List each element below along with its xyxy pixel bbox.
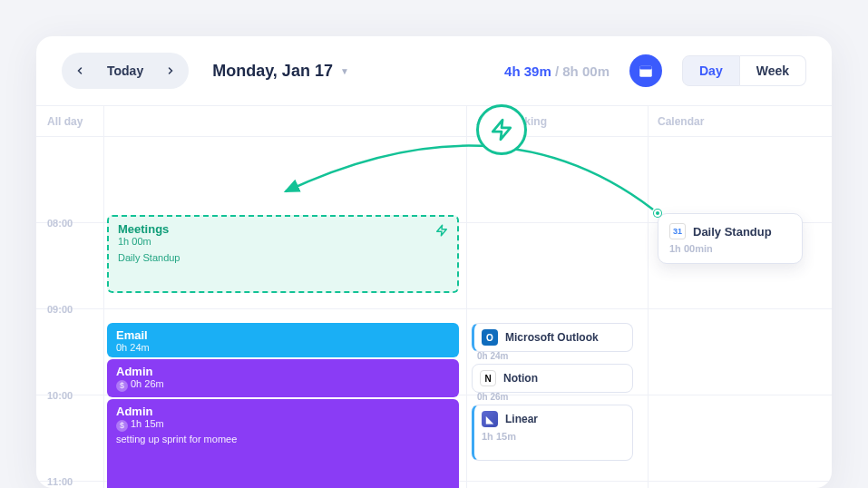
tracking-duration: 0h 26m	[477, 392, 508, 402]
calendar-column-header: Calendar	[648, 106, 829, 136]
app-window: Today Monday, Jan 17 ▼ 4h 39m / 8h 00m 3…	[36, 36, 832, 488]
event-duration: $1h 15m	[116, 418, 450, 432]
chevron-down-icon: ▼	[340, 66, 349, 76]
calendar-event-duration: 1h 00min	[669, 243, 791, 254]
tracking-duration: 1h 15m	[482, 431, 516, 442]
today-button[interactable]: Today	[94, 58, 156, 83]
bolt-icon	[435, 224, 448, 239]
tracking-card-linear[interactable]: ◣ Linear 1h 15m	[472, 405, 633, 461]
tracking-app-name: Microsoft Outlook	[505, 331, 599, 344]
billable-icon: $	[116, 380, 128, 392]
event-title: Meetings	[118, 222, 448, 236]
date-nav-group: Today	[62, 53, 189, 89]
header-bar: Today Monday, Jan 17 ▼ 4h 39m / 8h 00m 3…	[36, 36, 832, 105]
outlook-icon: O	[482, 329, 498, 346]
svg-marker-5	[493, 120, 511, 140]
calendar-event-card[interactable]: 31 Daily Standup 1h 00min	[658, 213, 803, 264]
timeline[interactable]: 08:00 09:00 10:00 11:00 Meetings 1h 00m …	[36, 137, 832, 488]
event-email[interactable]: Email 0h 24m	[107, 323, 459, 357]
event-admin[interactable]: Admin $1h 15m setting up sprint for mome…	[107, 399, 459, 488]
calendar-event-title: Daily Standup	[693, 225, 772, 239]
calendar-event-dot	[654, 210, 661, 217]
event-admin[interactable]: Admin $0h 26m	[107, 359, 459, 397]
tracking-duration: 0h 24m	[477, 351, 508, 361]
main-column-header	[103, 106, 466, 136]
tracking-card-outlook[interactable]: O Microsoft Outlook	[472, 323, 633, 352]
google-calendar-icon: 31	[669, 223, 686, 239]
time-tracked: 4h 39m	[504, 63, 551, 79]
event-meetings[interactable]: Meetings 1h 00m Daily Standup	[107, 215, 459, 293]
view-toggle: Day Week	[682, 55, 806, 86]
time-summary: 4h 39m / 8h 00m	[504, 63, 610, 79]
billable-icon: $	[116, 420, 128, 432]
event-duration: 0h 24m	[116, 342, 450, 353]
svg-text:31: 31	[642, 70, 649, 76]
event-duration: 1h 00m	[118, 236, 448, 247]
hour-label: 10:00	[47, 390, 73, 401]
hour-label: 11:00	[47, 476, 73, 487]
event-title: Admin	[116, 405, 450, 418]
tracking-card-notion[interactable]: N Notion	[472, 364, 633, 393]
event-title: Email	[116, 328, 450, 342]
svg-marker-3	[437, 225, 447, 236]
hour-label: 08:00	[47, 218, 73, 229]
week-view-button[interactable]: Week	[740, 55, 806, 86]
hour-label: 09:00	[47, 304, 73, 315]
event-note: setting up sprint for momee	[116, 434, 450, 444]
calendar-icon-button[interactable]: 31	[629, 54, 662, 87]
event-title: Admin	[116, 365, 450, 378]
allday-header: All day	[36, 106, 103, 136]
tracking-app-name: Linear	[505, 413, 538, 425]
date-title[interactable]: Monday, Jan 17 ▼	[212, 62, 349, 81]
tracking-app-name: Notion	[503, 372, 538, 385]
next-day-button[interactable]	[156, 56, 185, 85]
event-duration: $0h 26m	[116, 378, 450, 392]
notion-icon: N	[480, 370, 496, 386]
prev-day-button[interactable]	[65, 56, 94, 85]
zap-badge	[476, 104, 527, 155]
column-headers: All day Auto-tracking Calendar	[36, 106, 832, 137]
day-view-button[interactable]: Day	[682, 55, 740, 86]
calendar-grid: All day Auto-tracking Calendar 08:00 09:…	[36, 105, 832, 488]
event-note: Daily Standup	[118, 252, 448, 263]
linear-icon: ◣	[482, 411, 498, 427]
